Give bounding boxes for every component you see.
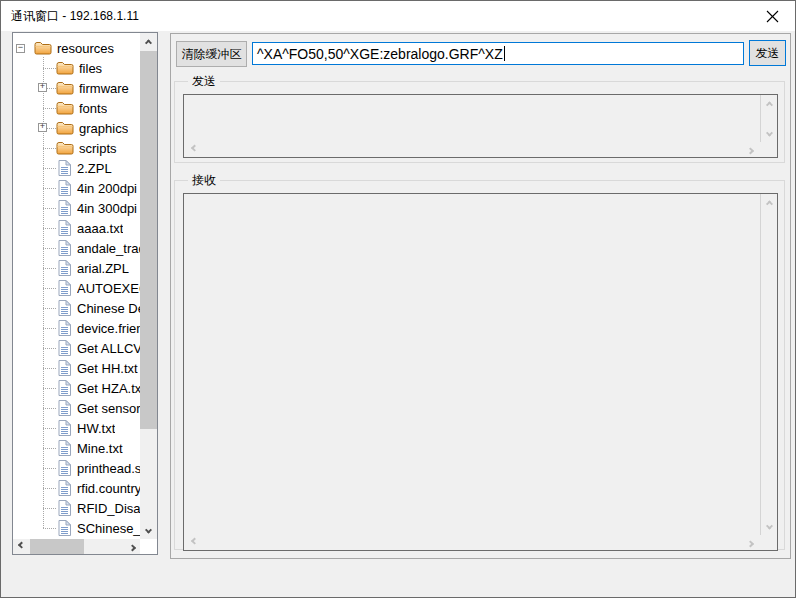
folder-icon (56, 121, 74, 135)
tree-item-label: 4in 300dpi (77, 201, 137, 216)
receive-horizontal-scrollbar[interactable] (184, 535, 760, 550)
tree-item-rfid-disab[interactable]: RFID_Disab (13, 498, 140, 518)
tree-item-label: Get HH.txt (77, 361, 138, 376)
tree-item-arial-zpl[interactable]: arial.ZPL (13, 258, 140, 278)
command-input[interactable]: ^XA^FO50,50^XGE:zebralogo.GRF^XZ (252, 42, 744, 65)
tree-connector (43, 528, 56, 529)
file-icon (58, 460, 71, 476)
file-icon (58, 280, 71, 296)
send-button[interactable]: 发送 (749, 40, 786, 66)
receive-scroll-up-button[interactable] (761, 194, 777, 210)
tree-item-firmware[interactable]: +firmware (13, 78, 140, 98)
tree-item-4in-200dpi[interactable]: 4in 200dpi (13, 178, 140, 198)
send-scroll-left-button[interactable] (186, 142, 202, 157)
tree-scroll-right-button[interactable] (124, 539, 140, 554)
chevron-down-icon (145, 526, 152, 533)
send-vertical-scrollbar[interactable] (760, 95, 777, 142)
file-icon (58, 180, 71, 196)
expand-expander-icon[interactable]: + (38, 83, 47, 92)
file-icon (58, 220, 71, 236)
tree-item-chinese-de[interactable]: Chinese De (13, 298, 140, 318)
tree-item-scripts[interactable]: scripts (13, 138, 140, 158)
titlebar: 通讯窗口 - 192.168.1.11 (1, 1, 795, 31)
chevron-up-icon (765, 101, 772, 108)
file-icon (58, 320, 71, 336)
tree-connector (43, 208, 56, 209)
chevron-right-icon (746, 540, 753, 547)
send-output-area[interactable] (183, 94, 778, 158)
send-scroll-right-button[interactable] (742, 142, 758, 157)
tree-item-get-sensor[interactable]: Get sensor (13, 398, 140, 418)
file-icon (58, 260, 71, 276)
send-horizontal-scrollbar[interactable] (184, 142, 760, 157)
tree-item-label: Chinese De (77, 301, 140, 316)
tree-horizontal-scrollbar[interactable] (13, 539, 140, 554)
file-icon (58, 480, 71, 496)
chevron-up-icon (765, 200, 772, 207)
tree-item-fonts[interactable]: fonts (13, 98, 140, 118)
file-icon (58, 160, 71, 176)
tree-connector (43, 188, 56, 189)
receive-scroll-down-button[interactable] (761, 519, 777, 535)
tree-item-label: firmware (79, 81, 129, 96)
tree-item-2-zpl[interactable]: 2.ZPL (13, 158, 140, 178)
tree-item-autoexec[interactable]: AUTOEXEC (13, 278, 140, 298)
receive-output-area[interactable] (183, 193, 778, 551)
close-button[interactable] (750, 1, 795, 31)
tree-item-aaaa-txt[interactable]: aaaa.txt (13, 218, 140, 238)
tree-item-get-hza-txt[interactable]: Get HZA.txt (13, 378, 140, 398)
tree-item-label: SChinese_A (77, 521, 140, 536)
chevron-down-icon (765, 522, 772, 529)
tree-item-get-allcv-[interactable]: Get ALLCV. (13, 338, 140, 358)
tree-connector (43, 108, 56, 109)
file-icon (58, 360, 71, 376)
tree-item-hw-txt[interactable]: HW.txt (13, 418, 140, 438)
send-output-text (186, 97, 758, 140)
chevron-left-icon (190, 145, 197, 152)
tree-item-label: scripts (79, 141, 117, 156)
tree-item-rfid-country[interactable]: rfid.country (13, 478, 140, 498)
tree-item-get-hh-txt[interactable]: Get HH.txt (13, 358, 140, 378)
tree-hscrollbar-thumb[interactable] (30, 539, 84, 554)
tree-scroll-up-button[interactable] (140, 33, 157, 49)
tree-connector (43, 308, 56, 309)
tree-connector (43, 148, 56, 149)
tree-vscrollbar-thumb[interactable] (140, 51, 157, 429)
send-group-label: 发送 (188, 73, 220, 90)
collapse-expander-icon[interactable]: − (16, 44, 25, 53)
clear-buffer-button[interactable]: 清除缓冲区 (176, 41, 247, 67)
tree-connector (43, 428, 56, 429)
receive-vertical-scrollbar[interactable] (760, 194, 777, 535)
tree-item-printhead-s[interactable]: printhead.s (13, 458, 140, 478)
tree-vertical-scrollbar[interactable] (140, 33, 157, 539)
tree-connector (43, 508, 56, 509)
tree-scroll-left-button[interactable] (13, 539, 29, 554)
tree-item-graphics[interactable]: +graphics (13, 118, 140, 138)
receive-output-text (186, 196, 758, 533)
tree-item-device-frien[interactable]: device.frien (13, 318, 140, 338)
folder-icon (34, 41, 52, 55)
tree-scroll-down-button[interactable] (140, 523, 157, 539)
tree-rows: −resourcesfiles+firmwarefonts+graphicssc… (13, 33, 140, 539)
tree-item-files[interactable]: files (13, 58, 140, 78)
tree-item-label: graphics (79, 121, 128, 136)
tree-item-label: andale_trad (77, 241, 140, 256)
tree-item-mine-txt[interactable]: Mine.txt (13, 438, 140, 458)
tree-connector (43, 448, 56, 449)
receive-group: 接收 (174, 180, 785, 550)
tree-item-4in-300dpi[interactable]: 4in 300dpi (13, 198, 140, 218)
file-icon (58, 400, 71, 416)
tree-connector (43, 268, 56, 269)
send-scroll-up-button[interactable] (761, 95, 777, 111)
send-group: 发送 (174, 81, 785, 163)
folder-icon (56, 141, 74, 155)
tree-item-andale-trad[interactable]: andale_trad (13, 238, 140, 258)
receive-scroll-left-button[interactable] (186, 535, 202, 550)
send-scroll-down-button[interactable] (761, 126, 777, 142)
tree-item-label: Mine.txt (77, 441, 123, 456)
tree-item-label: arial.ZPL (77, 261, 129, 276)
tree-item-schinese-a[interactable]: SChinese_A (13, 518, 140, 538)
tree-item-resources[interactable]: −resources (13, 38, 140, 58)
receive-scroll-right-button[interactable] (742, 535, 758, 550)
expand-expander-icon[interactable]: + (38, 123, 47, 132)
